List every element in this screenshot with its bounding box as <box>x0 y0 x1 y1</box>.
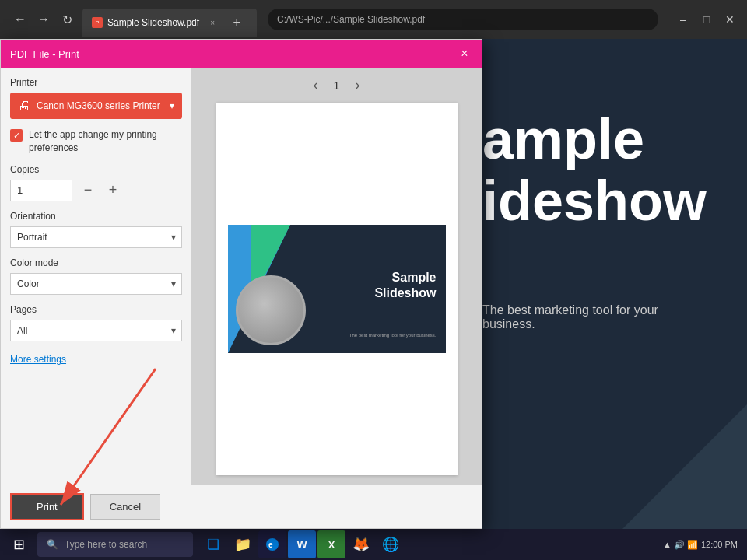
pdf-tab-icon: P <box>92 17 103 28</box>
system-tray: ▲ 🔊 📶 12:00 PM <box>663 540 744 550</box>
tray-icons: ▲ 🔊 📶 <box>663 540 698 550</box>
orientation-section: Orientation Portrait <box>10 211 182 248</box>
search-bar[interactable]: 🔍 Type here to search <box>37 532 193 557</box>
copies-section: Copies − + <box>10 164 182 201</box>
address-text: C:/WS-Pic/.../Sample Slideshow.pdf <box>277 14 425 25</box>
dialog-close-btn[interactable]: × <box>457 46 472 61</box>
file-explorer-icon[interactable]: 📁 <box>229 530 257 558</box>
print-dialog: PDF File - Print × Printer 🖨 Canon MG360… <box>0 39 482 529</box>
orientation-select-wrapper: Portrait <box>10 226 182 248</box>
edge-browser-icon[interactable]: e <box>258 530 286 558</box>
minimize-btn[interactable]: – <box>672 9 694 30</box>
firefox-icon[interactable]: 🦊 <box>347 530 375 558</box>
tab-label: Sample Slideshow.pdf <box>107 17 199 28</box>
task-view-btn[interactable]: ❑ <box>199 530 227 558</box>
copies-label: Copies <box>10 164 182 175</box>
dialog-footer: Print Cancel <box>1 485 482 528</box>
pages-select[interactable]: All <box>10 320 182 341</box>
pages-label: Pages <box>10 304 182 315</box>
bg-slide-title: ample ideshow <box>482 109 707 232</box>
orientation-label: Orientation <box>10 211 182 222</box>
printer-icon: 🖨 <box>18 99 30 113</box>
color-mode-select[interactable]: Color <box>10 273 182 295</box>
dialog-title: PDF File - Print <box>10 48 79 60</box>
preview-paper: SampleSlideshow The best marketing tool … <box>216 103 458 475</box>
color-mode-label: Color mode <box>10 257 182 268</box>
print-button[interactable]: Print <box>10 493 84 520</box>
orientation-select[interactable]: Portrait <box>10 226 182 248</box>
more-settings-link[interactable]: More settings <box>10 354 182 365</box>
browser-tab[interactable]: P Sample Slideshow.pdf × + <box>82 9 257 37</box>
address-bar[interactable]: C:/WS-Pic/.../Sample Slideshow.pdf <box>268 9 658 30</box>
tab-close-btn[interactable]: × <box>207 17 218 28</box>
color-mode-section: Color mode Color <box>10 257 182 295</box>
nav-back-btn[interactable]: ← <box>9 9 31 30</box>
preview-slide: SampleSlideshow The best marketing tool … <box>228 225 446 353</box>
search-placeholder: Type here to search <box>65 539 147 550</box>
preview-page-number: 1 <box>334 79 340 92</box>
nav-refresh-btn[interactable]: ↻ <box>56 9 78 30</box>
copies-decrement-btn[interactable]: − <box>79 181 97 200</box>
printer-name-label: Canon MG3600 series Printer <box>37 100 163 111</box>
taskbar: ⊞ 🔍 Type here to search ❑ 📁 e W X 🦊 🌐 ▲ … <box>0 529 747 560</box>
printer-dropdown[interactable]: 🖨 Canon MG3600 series Printer ▾ <box>10 93 182 119</box>
copies-input[interactable] <box>10 180 72 201</box>
preview-next-btn[interactable]: › <box>355 77 359 93</box>
start-button[interactable]: ⊞ <box>3 529 34 560</box>
ie-icon[interactable]: 🌐 <box>377 530 405 558</box>
dialog-body: Printer 🖨 Canon MG3600 series Printer ▾ … <box>1 68 482 485</box>
dialog-titlebar: PDF File - Print × <box>1 40 482 68</box>
printer-section-label: Printer <box>10 77 182 88</box>
svg-text:e: e <box>268 541 273 549</box>
window-chrome: ← → ↻ P Sample Slideshow.pdf × + C:/WS-P… <box>0 0 747 39</box>
slide-title-text: SampleSlideshow <box>374 270 436 303</box>
dialog-left-panel: Printer 🖨 Canon MG3600 series Printer ▾ … <box>1 68 191 485</box>
printer-dropdown-arrow: ▾ <box>170 100 174 111</box>
printing-preferences-checkbox[interactable]: ✓ <box>10 129 23 142</box>
printing-preferences-label: Let the app change my printing preferenc… <box>29 128 182 155</box>
search-icon: 🔍 <box>47 539 58 550</box>
cancel-button[interactable]: Cancel <box>90 494 160 520</box>
pages-select-wrapper: All <box>10 320 182 341</box>
window-close-btn[interactable]: ✕ <box>719 9 741 30</box>
nav-forward-btn[interactable]: → <box>33 9 54 30</box>
dialog-right-panel: ‹ 1 › SampleSlideshow The best marketing… <box>191 68 482 485</box>
slide-subtitle-text: The best marketing tool for your busines… <box>349 333 437 338</box>
printing-preferences-row: ✓ Let the app change my printing prefere… <box>10 128 182 155</box>
excel-icon[interactable]: X <box>317 530 345 558</box>
color-mode-select-wrapper: Color <box>10 273 182 295</box>
preview-prev-btn[interactable]: ‹ <box>314 77 318 93</box>
clock: 12:00 PM <box>701 540 738 549</box>
preview-nav: ‹ 1 › <box>314 77 360 93</box>
printer-section: Printer 🖨 Canon MG3600 series Printer ▾ <box>10 77 182 119</box>
new-tab-btn[interactable]: + <box>226 12 247 33</box>
copies-increment-btn[interactable]: + <box>103 181 122 200</box>
maximize-btn[interactable]: □ <box>696 9 717 30</box>
slide-coin-image <box>236 275 306 345</box>
pages-section: Pages All <box>10 304 182 341</box>
bg-slide-subtitle: The best marketing tool for your busines… <box>482 303 700 331</box>
word-icon[interactable]: W <box>288 530 316 558</box>
